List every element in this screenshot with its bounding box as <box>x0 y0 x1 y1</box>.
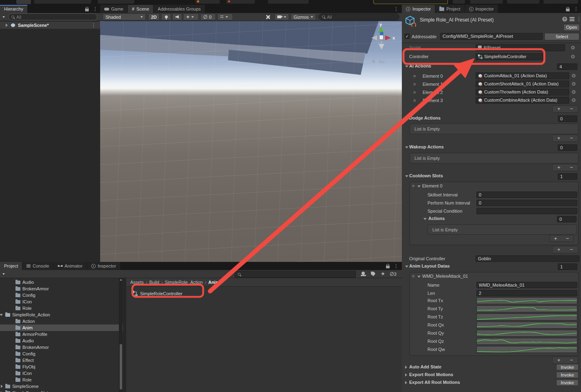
remove-button[interactable]: − <box>561 235 573 242</box>
foldout-collapsed-icon[interactable] <box>405 381 407 384</box>
curve-field[interactable] <box>476 297 577 304</box>
breadcrumb-segment[interactable]: Assets <box>130 280 144 285</box>
drag-handle-icon[interactable]: = <box>412 183 414 188</box>
kebab-menu-icon[interactable]: ⋮ <box>574 7 579 11</box>
perform-num-interval-field[interactable]: 0 <box>476 200 577 206</box>
action-data-field[interactable]: {}CustomShootAttack_01 (Action Data) <box>476 81 569 87</box>
lock-icon[interactable] <box>566 9 570 11</box>
actions-count[interactable]: 0 <box>557 216 577 222</box>
neg-x-axis-cone-icon[interactable] <box>371 35 377 40</box>
shading-mode-dropdown[interactable]: Shaded <box>103 13 146 20</box>
tab-addressables-groups[interactable]: Addressables Groups <box>153 5 205 13</box>
tree-item-config[interactable]: Config <box>0 351 123 357</box>
scene-search-input[interactable] <box>327 15 396 20</box>
foldout-collapsed-icon[interactable] <box>405 366 407 369</box>
addressable-checkbox[interactable]: ✓ <box>405 34 410 39</box>
curve-field[interactable] <box>476 322 577 329</box>
tab-game[interactable]: Game <box>100 5 127 13</box>
pane-splitter[interactable] <box>123 278 126 392</box>
project-visibility-toggle[interactable]: ∅3 <box>390 271 397 277</box>
hierarchy-search[interactable] <box>8 13 97 20</box>
tools-button[interactable] <box>263 13 273 20</box>
tab-inspector-1[interactable]: iInspector <box>402 5 435 13</box>
controller-field[interactable]: SimpleRoleController <box>476 53 543 60</box>
scrollbar-thumb[interactable] <box>120 344 122 390</box>
foldout-icon[interactable] <box>405 118 408 120</box>
cloud-button[interactable] <box>226 0 255 4</box>
object-picker-icon[interactable]: ⊙ <box>572 73 576 78</box>
tree-item-role[interactable]: Role <box>0 305 123 311</box>
tool-buttons-2[interactable] <box>98 0 134 4</box>
open-button[interactable]: Open <box>563 24 580 31</box>
tab-project-bottom[interactable]: Project <box>0 262 22 270</box>
move-tool-button[interactable] <box>16 0 31 4</box>
undo-button[interactable] <box>453 0 465 4</box>
tool-buttons[interactable] <box>34 0 91 4</box>
special-condition-field[interactable] <box>476 208 577 214</box>
tree-item-role[interactable]: Role <box>0 377 123 383</box>
skillset-interval-field[interactable]: 0 <box>476 192 577 198</box>
camera-dropdown[interactable] <box>274 13 289 20</box>
tab-inspector-bottom[interactable]: iInspector <box>87 262 120 270</box>
invoke-button[interactable]: Invoke <box>556 364 579 370</box>
gizmo-menu-icon[interactable]: ≡ <box>372 59 375 64</box>
curve-field[interactable] <box>476 346 577 353</box>
select-button[interactable]: Select <box>544 33 579 40</box>
projection-label[interactable]: Iso <box>379 59 385 64</box>
anim-name-field[interactable]: WMD_MeleeAttack_01 <box>476 282 577 288</box>
kebab-menu-icon[interactable]: ⋮ <box>394 7 399 11</box>
action-data-field[interactable]: {}CustomCombineAttack (Action Data) <box>476 97 569 104</box>
kebab-menu-icon[interactable]: ⋮ <box>93 7 98 11</box>
hierarchy-create-dropdown-icon[interactable] <box>2 16 5 18</box>
drag-handle-icon[interactable]: = <box>412 274 414 279</box>
tab-hierarchy[interactable]: Hierarchy <box>0 5 27 13</box>
tree-item-anim[interactable]: Anim <box>0 324 123 331</box>
invoke-button[interactable]: Invoke <box>556 379 579 386</box>
tab-scene[interactable]: # Scene <box>128 5 153 13</box>
breadcrumb-segment[interactable]: SimpleRole_Action <box>165 280 203 285</box>
scroll-up-icon[interactable] <box>120 279 122 281</box>
lock-icon[interactable] <box>386 266 390 268</box>
add-button[interactable]: + <box>552 135 565 142</box>
foldout-icon[interactable] <box>405 175 408 177</box>
tree-item-simplerole_action[interactable]: SimpleRole_Action <box>0 311 123 318</box>
effects-dropdown[interactable] <box>183 13 199 20</box>
foldout-icon[interactable] <box>417 185 421 187</box>
curve-field[interactable] <box>476 330 577 337</box>
add-button[interactable]: + <box>552 246 565 253</box>
dodge-actions-count[interactable]: 0 <box>558 115 577 122</box>
curve-field[interactable] <box>476 305 577 312</box>
tree-item-audio[interactable]: Audio <box>0 338 123 344</box>
tab-animator[interactable]: Animator <box>54 262 87 270</box>
gizmo-center-cube[interactable] <box>379 35 384 40</box>
cooldown-slots-count[interactable]: 1 <box>558 173 577 180</box>
foldout-arrow-icon[interactable] <box>6 24 8 27</box>
foldout-collapsed-icon[interactable] <box>405 373 407 377</box>
project-search-input[interactable] <box>243 272 353 277</box>
object-picker-icon[interactable]: ⊙ <box>572 98 576 102</box>
add-button[interactable]: + <box>552 164 565 171</box>
hierarchy-search-input[interactable] <box>16 15 94 20</box>
search-highlight-box[interactable] <box>373 0 448 4</box>
object-picker-icon[interactable]: ⊙ <box>571 54 575 59</box>
action-data-field[interactable]: {}CustomAttack_01 (Action Data) <box>476 72 569 79</box>
play-buttons[interactable] <box>268 0 309 4</box>
favorites-icon[interactable]: ★ <box>381 271 385 277</box>
remove-button[interactable]: − <box>565 357 578 364</box>
tree-item-armorprofile[interactable]: ArmorProfile <box>0 331 123 338</box>
orientation-gizmo[interactable]: y x ≡ Iso <box>369 22 402 67</box>
foldout-icon[interactable] <box>405 65 408 68</box>
foldout-icon[interactable] <box>417 276 421 278</box>
hierarchy-item-scene[interactable]: SampleScene* ⋮ <box>0 22 100 29</box>
lighting-toggle[interactable] <box>161 13 171 20</box>
tab-project[interactable]: Project <box>435 5 464 13</box>
addressable-path-field[interactable]: Config/WMD_SimpleRole_AIPreset <box>440 33 543 40</box>
tree-item-brokenarmor[interactable]: BrokenArmor <box>0 285 123 292</box>
tree-item-icon[interactable]: ICon <box>0 298 123 305</box>
tree-item-action[interactable]: Action <box>0 318 123 324</box>
foldout-icon[interactable] <box>405 266 408 268</box>
kebab-menu-icon[interactable]: ⋮ <box>394 264 399 268</box>
remove-button[interactable]: − <box>565 106 578 112</box>
scene-search[interactable] <box>319 13 399 20</box>
remove-button[interactable]: − <box>565 135 578 142</box>
